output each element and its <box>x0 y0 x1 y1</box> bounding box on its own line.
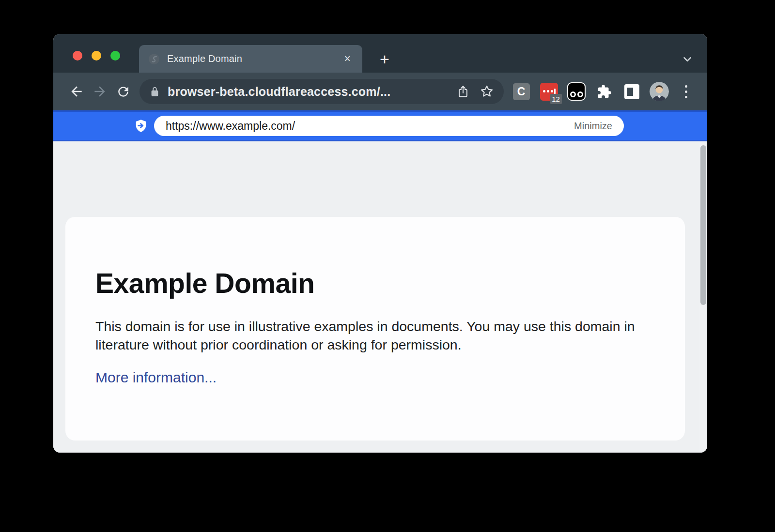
scrollbar-track[interactable] <box>699 143 707 451</box>
bookmark-star-icon[interactable] <box>480 84 494 99</box>
tab-strip: Example Domain × + <box>53 34 707 73</box>
browser-toolbar: browser-beta.cloudflareaccess.com/... <box>53 73 707 110</box>
extension-c-icon[interactable]: C <box>511 81 532 102</box>
tab-example-domain[interactable]: Example Domain × <box>139 45 362 73</box>
side-panel-icon[interactable] <box>621 81 642 102</box>
forward-arrow-icon <box>92 84 108 99</box>
isolated-url-field[interactable]: https://www.example.com/ Minimize <box>154 116 624 136</box>
back-arrow-icon <box>69 84 84 99</box>
close-tab-icon[interactable]: × <box>341 52 354 65</box>
profile-avatar[interactable] <box>649 81 670 102</box>
traffic-light-zoom-icon[interactable] <box>110 51 120 61</box>
isolated-url-text[interactable]: https://www.example.com/ <box>166 120 574 133</box>
address-bar-url[interactable]: browser-beta.cloudflareaccess.com/... <box>168 85 450 99</box>
avatar-image <box>650 82 669 101</box>
extension-badge-count: 12 <box>550 94 562 104</box>
forward-button[interactable] <box>88 80 111 103</box>
browser-window: Example Domain × + <box>53 34 707 453</box>
reload-button[interactable] <box>111 80 135 103</box>
browser-menu-kebab-icon[interactable] <box>676 81 696 102</box>
password-manager-extension-icon[interactable]: 12 <box>538 81 559 102</box>
extensions-puzzle-icon[interactable] <box>593 81 615 102</box>
page-viewport: Example Domain This domain is for use in… <box>53 141 707 453</box>
reload-icon <box>116 84 131 99</box>
tab-title: Example Domain <box>167 53 341 64</box>
page-body-text: This domain is for use in illustrative e… <box>95 318 652 354</box>
back-button[interactable] <box>65 80 88 103</box>
two-circles-extension-icon[interactable] <box>566 81 587 102</box>
window-controls <box>73 51 120 61</box>
tab-search-chevron-icon[interactable] <box>680 47 695 71</box>
more-information-link[interactable]: More information... <box>95 369 217 386</box>
screenshot-stage: Example Domain × + <box>0 0 775 532</box>
lock-icon[interactable] <box>149 86 160 97</box>
content-card: Example Domain This domain is for use in… <box>65 217 685 441</box>
address-bar[interactable]: browser-beta.cloudflareaccess.com/... <box>140 79 504 104</box>
shield-arrow-icon[interactable] <box>134 119 148 133</box>
globe-favicon-icon <box>148 53 160 65</box>
traffic-light-minimize-icon[interactable] <box>92 51 101 61</box>
traffic-light-close-icon[interactable] <box>73 51 82 61</box>
new-tab-button[interactable]: + <box>373 47 396 71</box>
share-icon[interactable] <box>456 85 470 98</box>
scrollbar-thumb[interactable] <box>700 145 706 305</box>
page-heading: Example Domain <box>95 267 656 299</box>
minimize-button[interactable]: Minimize <box>574 121 612 132</box>
extensions-row: C 12 <box>511 81 696 102</box>
isolation-url-bar: https://www.example.com/ Minimize <box>53 110 707 141</box>
